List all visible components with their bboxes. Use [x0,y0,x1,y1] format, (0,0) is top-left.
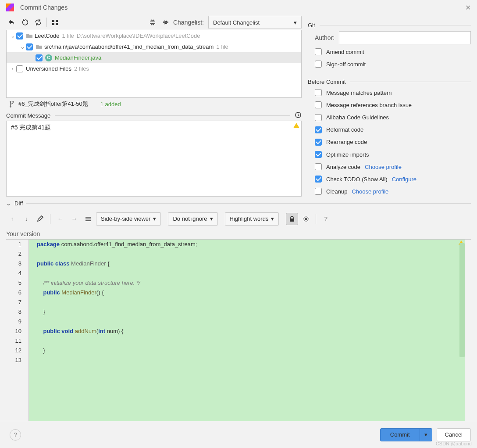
svg-rect-2 [52,23,54,25]
tree-row-folder[interactable]: ⌄ src\main\java\com\aabond\offer41_find_… [7,41,301,52]
checkbox[interactable] [315,176,322,183]
chevron-right-icon[interactable]: › [9,65,16,72]
checkbox[interactable] [26,43,33,50]
group-by-icon[interactable] [50,17,61,28]
tree-meta: 1 file [216,43,228,50]
svg-rect-1 [56,20,58,22]
added-count: 1 added [100,101,121,108]
diff-editor[interactable]: 12345678910111213 package package com.aa… [6,239,471,421]
cleanup-row[interactable]: CleanupChoose profile [308,186,471,196]
author-input[interactable] [339,31,471,44]
arrow-up-icon[interactable]: ↑ [6,213,18,225]
choose-profile-link[interactable]: Choose profile [352,188,388,195]
ignore-dropdown[interactable]: Do not ignore▾ [168,212,217,226]
commit-message-label: Commit Message [6,112,50,119]
branch-row: #6_完成剑指offer第41-50题 1 added [6,98,302,111]
analyze-row[interactable]: Analyze codeChoose profile [308,162,471,172]
amend-row[interactable]: Amend commit [308,47,471,57]
checkbox[interactable] [36,54,43,61]
checkbox[interactable] [315,188,322,195]
refresh-icon[interactable] [32,17,44,28]
diff-section-header[interactable]: ⌄ Diff [0,197,477,208]
checkbox[interactable] [16,32,23,39]
checkbox[interactable] [16,65,23,72]
arrow-left-icon[interactable]: ← [54,213,66,225]
signoff-row[interactable]: Sign-off commit [308,59,471,69]
checkbox[interactable] [315,101,322,108]
version-label: Your version [0,229,477,239]
commit-message-header: Commit Message [6,111,302,120]
todo-row[interactable]: Check TODO (Show All)Configure [308,174,471,184]
chevron-down-icon[interactable]: ⌄ [6,200,11,207]
list-icon[interactable] [82,213,94,225]
gear-icon[interactable] [300,213,312,225]
tree-row-project[interactable]: ⌄ LeetCode 1 file D:\softwareWorkplace\I… [7,30,301,41]
folder-icon [36,43,43,50]
warning-icon[interactable] [293,123,299,128]
tree-row-file[interactable]: C MedianFinder.java [7,52,301,63]
cancel-button[interactable]: Cancel [437,428,471,441]
checkbox[interactable] [315,139,322,146]
branch-icon [9,100,15,108]
chevron-down-icon[interactable]: ⌄ [9,32,16,39]
help-button[interactable]: ? [10,429,21,441]
changes-toolbar: Changelist: Default Changelist ▾ [6,15,302,30]
checkbox[interactable] [315,163,322,170]
option-label: Optimize imports [326,151,369,158]
option-label: Reformat code [326,126,363,133]
expand-all-icon[interactable] [147,17,158,28]
rearrange-row[interactable]: Rearrange code [308,137,471,147]
option-label: Rearrange code [326,139,367,145]
tree-row-unversioned[interactable]: › Unversioned Files 2 files [7,63,301,74]
folder-icon [26,32,33,39]
diff-label: Diff [14,200,23,207]
help-icon[interactable]: ? [320,213,332,225]
arrow-right-icon[interactable]: → [68,213,80,225]
arrow-down-icon[interactable]: ↓ [20,213,32,225]
tree-label: Unversioned Files [26,65,71,72]
rollback-icon[interactable] [6,17,18,28]
option-label: Message matches pattern [326,90,392,96]
pattern-row[interactable]: Message matches pattern [308,88,471,97]
commit-button[interactable]: Commit ▾ [380,428,432,441]
tree-meta: 2 files [74,65,89,72]
configure-link[interactable]: Configure [392,176,416,183]
history-icon[interactable] [295,111,302,120]
checkbox[interactable] [315,48,322,55]
viewer-mode-dropdown[interactable]: Side-by-side viewer▾ [96,212,161,226]
line-gutter: 12345678910111213 [6,240,29,421]
commit-message-input[interactable]: #5 完成第41题 [7,121,301,196]
lock-icon[interactable] [286,213,298,225]
highlight-dropdown[interactable]: Highlight words▾ [225,212,279,226]
undo-icon[interactable] [19,17,31,28]
changelist-dropdown[interactable]: Default Changelist ▾ [208,16,302,29]
chevron-down-icon[interactable]: ⌄ [19,43,26,50]
branch-name: #6_完成剑指offer第41-50题 [18,100,88,108]
svg-rect-0 [52,20,54,22]
vertical-scrollbar[interactable] [459,243,465,357]
checkbox[interactable] [315,61,322,68]
chevron-down-icon[interactable]: ▾ [420,429,432,441]
commit-label: Commit [381,429,420,441]
choose-profile-link[interactable]: Choose profile [365,164,402,170]
collapse-all-icon[interactable] [160,17,171,28]
branchissue-row[interactable]: Message references branch issue [308,100,471,110]
tree-label: LeetCode [35,32,59,39]
checkbox[interactable] [315,89,322,96]
alibaba-row[interactable]: Alibaba Code Guidelines [308,113,471,122]
edit-icon[interactable] [34,213,46,225]
option-label: Alibaba Code Guidelines [326,114,389,121]
optimize-row[interactable]: Optimize imports [308,150,471,159]
option-label: Cleanup [326,188,347,195]
author-label: Author: [315,34,335,41]
tree-path: D:\softwareWorkplace\IDEAWorkplace\LeetC… [77,32,200,39]
changes-tree[interactable]: ⌄ LeetCode 1 file D:\softwareWorkplace\I… [6,30,302,98]
close-icon[interactable]: ✕ [465,4,471,12]
checkbox[interactable] [315,114,322,121]
option-label: Check TODO (Show All) [326,176,388,183]
checkbox[interactable] [315,126,322,133]
changelist-value: Default Changelist [213,19,260,26]
checkbox[interactable] [315,151,322,158]
reformat-row[interactable]: Reformat code [308,125,471,135]
code-area[interactable]: package package com.aabond.offer41_find_… [29,240,471,421]
